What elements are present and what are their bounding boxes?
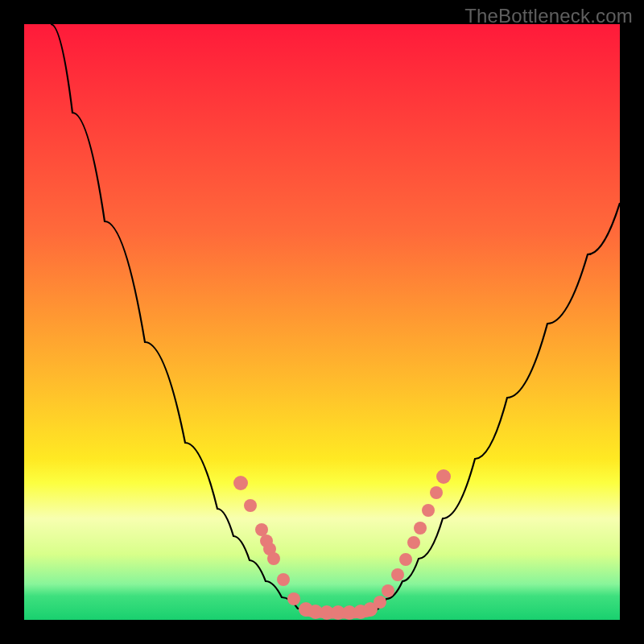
data-marker (422, 504, 435, 517)
data-marker (399, 553, 412, 566)
data-marker (233, 476, 248, 490)
data-marker (382, 584, 394, 597)
data-marker (277, 573, 290, 586)
data-marker (287, 592, 300, 605)
data-marker (255, 523, 268, 536)
watermark-text: TheBottleneck.com (464, 5, 633, 27)
data-markers (233, 469, 451, 620)
curve-left (51, 24, 306, 612)
chart-frame: TheBottleneck.com (0, 0, 644, 644)
bottleneck-curve (24, 24, 620, 620)
data-marker (374, 596, 386, 609)
data-marker (391, 568, 404, 581)
data-marker (414, 522, 427, 535)
data-marker (407, 536, 420, 549)
curve-right (370, 203, 620, 612)
data-marker (430, 486, 443, 499)
data-marker (244, 499, 257, 512)
data-marker (267, 552, 280, 565)
data-marker (436, 469, 451, 484)
plot-area (24, 24, 620, 620)
